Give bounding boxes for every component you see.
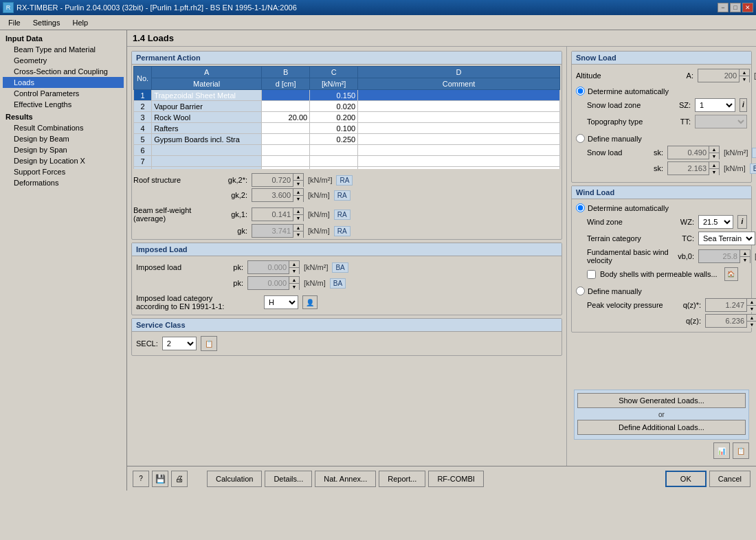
gk1-spin-down[interactable]: ▼ — [293, 215, 303, 221]
sk2-spin-up[interactable]: ▲ — [709, 162, 719, 169]
row-comment[interactable] — [358, 101, 560, 112]
row-material[interactable]: Rafters — [152, 123, 262, 134]
gk-input[interactable] — [252, 224, 293, 238]
sidebar-item-support-forces[interactable]: Support Forces — [3, 166, 124, 177]
row-material[interactable] — [152, 145, 262, 156]
body-shells-checkbox[interactable] — [587, 270, 596, 279]
qz2-spin-up[interactable]: ▲ — [747, 315, 756, 322]
secl-info-button[interactable]: 📋 — [201, 336, 217, 351]
pk-spin-down[interactable]: ▼ — [289, 284, 299, 290]
cancel-button[interactable]: Cancel — [709, 471, 751, 487]
report-button[interactable]: Report... — [379, 471, 425, 487]
define-additional-loads-button[interactable]: Define Additional Loads... — [577, 420, 746, 435]
row-thickness[interactable] — [262, 156, 310, 167]
nat-annex-button[interactable]: Nat. Annex... — [315, 471, 376, 487]
row-material[interactable]: Gypsum Boards incl. Stra — [152, 134, 262, 145]
row-loadgk[interactable]: 0.250 — [310, 134, 358, 145]
gk2-spin-down[interactable]: ▼ — [293, 196, 303, 202]
permanent-action-table-wrapper[interactable]: No. A B C D Material d [cm] — [133, 66, 560, 169]
table-row[interactable]: 1 Trapezoidal Sheet Metal 0.150 — [134, 90, 560, 101]
terrain-select[interactable]: Sea Terrain Open Suburban — [698, 232, 755, 245]
rf-combi-button[interactable]: RF-COMBI — [428, 471, 483, 487]
close-button[interactable]: ✕ — [742, 3, 753, 12]
category-select[interactable]: H A B — [264, 295, 298, 309]
altitude-input[interactable] — [698, 69, 739, 82]
row-comment[interactable] — [358, 156, 560, 167]
row-comment[interactable] — [358, 123, 560, 134]
sidebar-item-deformations[interactable]: Deformations — [3, 177, 124, 188]
table-row[interactable]: 5 Gypsum Boards incl. Stra 0.250 — [134, 134, 560, 145]
row-loadgk[interactable] — [310, 167, 358, 170]
snow-manual-radio[interactable] — [576, 134, 585, 143]
wind-velocity-spin-up[interactable]: ▲ — [740, 250, 750, 257]
sk1-spin-up[interactable]: ▲ — [709, 146, 719, 153]
row-thickness[interactable] — [262, 123, 310, 134]
row-thickness[interactable] — [262, 167, 310, 170]
sk2-spin-down[interactable]: ▼ — [709, 169, 719, 175]
row-comment[interactable] — [358, 90, 560, 101]
gk2-star-spin-down[interactable]: ▼ — [293, 181, 303, 187]
sk1-input[interactable] — [667, 146, 709, 159]
qz1-spin-down[interactable]: ▼ — [747, 306, 756, 312]
sidebar-item-design-by-location[interactable]: Design by Location X — [3, 155, 124, 166]
gk1-spin-up[interactable]: ▲ — [293, 208, 303, 215]
qz2-spin-down[interactable]: ▼ — [747, 322, 756, 328]
row-loadgk[interactable]: 0.020 — [310, 101, 358, 112]
gk2-star-spin-up[interactable]: ▲ — [293, 174, 303, 181]
body-shells-icon-button[interactable]: 🏠 — [724, 267, 738, 281]
row-thickness[interactable] — [262, 101, 310, 112]
pk-star-input[interactable] — [247, 260, 289, 274]
table-icon-button1[interactable]: 📊 — [713, 442, 730, 459]
row-material[interactable] — [152, 156, 262, 167]
save-icon-button[interactable]: 💾 — [152, 471, 168, 487]
row-loadgk[interactable]: 0.100 — [310, 123, 358, 134]
row-loadgk[interactable]: 0.200 — [310, 112, 358, 123]
row-material[interactable] — [152, 167, 262, 170]
row-loadgk[interactable]: 0.150 — [310, 90, 358, 101]
sidebar-item-design-by-span[interactable]: Design by Span — [3, 144, 124, 155]
wind-auto-radio[interactable] — [576, 203, 585, 212]
wind-velocity-input[interactable] — [698, 249, 740, 263]
pk-input[interactable] — [247, 276, 289, 290]
table-row[interactable]: 2 Vapour Barrier 0.020 — [134, 101, 560, 112]
sidebar-item-cross-section[interactable]: Cross-Section and Coupling — [3, 66, 124, 77]
calculation-button[interactable]: Calculation — [207, 471, 262, 487]
gk1-input[interactable] — [252, 207, 293, 221]
sidebar-item-beam-type[interactable]: Beam Type and Material — [3, 44, 124, 55]
maximize-button[interactable]: □ — [730, 3, 741, 12]
row-material[interactable]: Trapezoidal Sheet Metal — [152, 90, 262, 101]
row-comment[interactable] — [358, 167, 560, 170]
row-comment[interactable] — [358, 134, 560, 145]
wind-zone-select[interactable]: 21.5 1 2 — [698, 215, 733, 229]
category-person-button[interactable]: 👤 — [302, 295, 318, 309]
row-material[interactable]: Vapour Barrier — [152, 101, 262, 112]
table-row[interactable]: 8 — [134, 167, 560, 170]
sidebar-item-result-combinations[interactable]: Result Combinations — [3, 122, 124, 133]
menu-file[interactable]: File — [3, 16, 26, 30]
row-thickness[interactable] — [262, 134, 310, 145]
row-comment[interactable] — [358, 145, 560, 156]
row-thickness[interactable] — [262, 145, 310, 156]
qz2-input[interactable] — [705, 314, 746, 328]
pk-star-spin-up[interactable]: ▲ — [289, 261, 299, 268]
table-row[interactable]: 3 Rock Wool 20.00 0.200 — [134, 112, 560, 123]
sk2-input[interactable] — [667, 161, 709, 175]
wind-velocity-spin-down[interactable]: ▼ — [740, 257, 750, 263]
sidebar-item-geometry[interactable]: Geometry — [3, 55, 124, 66]
table-row[interactable]: 6 — [134, 145, 560, 156]
help-icon-button[interactable]: ? — [133, 471, 149, 487]
menu-settings[interactable]: Settings — [27, 16, 66, 30]
menu-help[interactable]: Help — [67, 16, 93, 30]
snow-auto-radio[interactable] — [576, 87, 585, 95]
gk-spin-down[interactable]: ▼ — [293, 232, 303, 238]
row-comment[interactable] — [358, 112, 560, 123]
ok-button[interactable]: OK — [665, 471, 707, 487]
snow-zone-info-button[interactable]: i — [740, 98, 747, 112]
wind-manual-radio[interactable] — [576, 286, 585, 295]
sidebar-item-design-by-beam[interactable]: Design by Beam — [3, 133, 124, 144]
pk-star-spin-down[interactable]: ▼ — [289, 268, 299, 274]
snow-zone-select[interactable]: 1 2 3 — [695, 98, 735, 112]
qz1-input[interactable] — [705, 298, 746, 312]
qz1-spin-up[interactable]: ▲ — [747, 299, 756, 306]
row-thickness[interactable] — [262, 90, 310, 101]
